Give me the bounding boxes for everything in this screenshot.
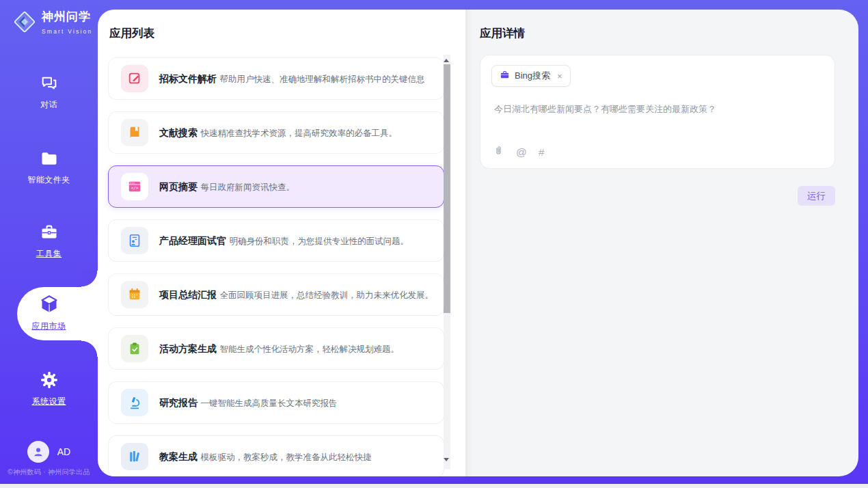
- diamond-logo-icon: [12, 10, 37, 37]
- toolbox-icon: [40, 223, 59, 242]
- avatar: [27, 441, 49, 463]
- copyright-text: ©神州数码 · 神州问学出品: [0, 467, 98, 477]
- app-card-title: 网页摘要: [159, 181, 198, 192]
- scroll-up-arrow-icon[interactable]: [444, 59, 449, 62]
- chip-label: Bing搜索: [515, 70, 550, 82]
- app-detail-title: 应用详情: [480, 26, 525, 41]
- sidebar-item-chat[interactable]: 对话: [0, 74, 98, 111]
- app-card-desc: 帮助用户快速、准确地理解和解析招标书中的关键信息: [219, 74, 424, 84]
- tool-chip-bing-search[interactable]: Bing搜索 ×: [491, 65, 571, 87]
- user-initials: AD: [57, 446, 70, 457]
- app-card-research-report[interactable]: 研究报告 一键智能生成高质量长文本研究报告: [108, 381, 444, 424]
- briefcase-icon: [500, 70, 510, 83]
- clipboard-check-icon: [121, 335, 148, 362]
- hashtag-icon[interactable]: #: [539, 146, 545, 158]
- app-card-webpage-summary[interactable]: </> 网页摘要 每日政府新闻资讯快查。: [108, 165, 444, 208]
- app-card-lesson-plan[interactable]: 教案生成 模板驱动，教案秒成，教学准备从此轻松快捷: [108, 435, 444, 476]
- input-toolbar: @ #: [493, 145, 544, 159]
- calendar-icon: [121, 281, 148, 308]
- mention-icon[interactable]: @: [516, 146, 527, 158]
- app-card-desc: 快速精准查找学术资源，提高研究效率的必备工具。: [200, 128, 397, 138]
- app-card-desc: 全面回顾项目进展，总结经验教训，助力未来优化发展。: [219, 290, 433, 300]
- brand-subtitle: Smart Vision: [42, 28, 92, 35]
- app-card-title: 产品经理面试官: [159, 235, 226, 246]
- attachment-icon[interactable]: [493, 145, 504, 159]
- user-account[interactable]: AD: [0, 441, 98, 463]
- list-scrollbar-thumb[interactable]: [444, 64, 450, 313]
- microscope-icon: [121, 389, 148, 416]
- app-card-desc: 明确身份和职责，为您提供专业性的面试问题。: [229, 236, 409, 246]
- app-card-desc: 模板驱动，教案秒成，教学准备从此轻松快捷: [200, 452, 371, 462]
- app-list-panel: 应用列表 招标文件解析 帮助用户快速、准确地理解和解析招标书中的关键信息: [98, 10, 465, 476]
- app-card-desc: 智能生成个性化活动方案，轻松解决规划难题。: [219, 344, 399, 354]
- app-card-project-summary[interactable]: 项目总结汇报 全面回顾项目进展，总结经验教训，助力未来优化发展。: [108, 273, 444, 316]
- app-card-list: 招标文件解析 帮助用户快速、准确地理解和解析招标书中的关键信息 文献搜索 快速精…: [108, 57, 444, 476]
- brand-logo: 神州问学 Smart Vision: [12, 10, 98, 37]
- sidebar-item-toolset[interactable]: 工具集: [0, 223, 98, 260]
- sidebar-item-label: 工具集: [0, 248, 98, 260]
- sidebar: 神州问学 Smart Vision 对话 智能文件夹: [0, 0, 98, 484]
- webpage-icon: </>: [121, 173, 148, 200]
- sidebar-item-label: 系统设置: [0, 396, 98, 407]
- cube-icon: [39, 294, 59, 313]
- brand-name: 神州问学: [42, 10, 91, 23]
- app-card-title: 项目总结汇报: [159, 289, 217, 300]
- sidebar-item-app-market[interactable]: 应用市场: [0, 294, 98, 332]
- app-card-title: 教案生成: [159, 451, 198, 462]
- app-card-event-plan[interactable]: 活动方案生成 智能生成个性化活动方案，轻松解决规划难题。: [108, 327, 444, 370]
- app-card-literature-search[interactable]: 文献搜索 快速精准查找学术资源，提高研究效率的必备工具。: [108, 111, 444, 154]
- gear-icon: [40, 370, 59, 390]
- app-card-desc: 一键智能生成高质量长文本研究报告: [200, 398, 337, 408]
- app-card-title: 研究报告: [159, 397, 198, 408]
- resume-icon: [121, 227, 148, 254]
- app-card-title: 文献搜索: [159, 127, 198, 138]
- sidebar-item-label: 对话: [0, 99, 98, 111]
- app-card-title: 招标文件解析: [159, 73, 217, 84]
- book-icon: [121, 119, 148, 146]
- run-button[interactable]: 运行: [798, 186, 835, 206]
- query-text-input[interactable]: 今日湖北有哪些新闻要点？有哪些需要关注的最新政策？: [494, 103, 821, 116]
- folder-icon: [40, 149, 59, 168]
- app-window: 神州问学 Smart Vision 对话 智能文件夹: [0, 0, 868, 484]
- app-list-title: 应用列表: [109, 26, 154, 41]
- edit-icon: [121, 65, 148, 92]
- bubble-fillet-top: [81, 271, 98, 287]
- chip-close-icon[interactable]: ×: [557, 71, 562, 81]
- sidebar-item-settings[interactable]: 系统设置: [0, 370, 98, 407]
- app-card-bid-analysis[interactable]: 招标文件解析 帮助用户快速、准确地理解和解析招标书中的关键信息: [108, 57, 444, 100]
- app-card-pm-interviewer[interactable]: 产品经理面试官 明确身份和职责，为您提供专业性的面试问题。: [108, 219, 444, 262]
- prompt-card: Bing搜索 × 今日湖北有哪些新闻要点？有哪些需要关注的最新政策？ @ #: [480, 55, 835, 169]
- sidebar-item-smart-folder[interactable]: 智能文件夹: [0, 149, 98, 186]
- app-detail-panel: 应用详情 Bing搜索 × 今日湖北有哪些新闻要点？有哪些需要关注的最新政策？: [465, 10, 858, 476]
- bubble-fillet-bottom: [81, 340, 98, 357]
- sidebar-item-label: 智能文件夹: [0, 174, 98, 186]
- books-icon: [121, 443, 148, 470]
- svg-text:</>: </>: [131, 185, 139, 190]
- chat-icon: [40, 74, 59, 93]
- app-card-title: 活动方案生成: [159, 343, 217, 354]
- app-card-desc: 每日政府新闻资讯快查。: [200, 182, 295, 192]
- sidebar-item-label: 应用市场: [0, 321, 98, 332]
- scroll-down-arrow-icon[interactable]: [444, 458, 449, 461]
